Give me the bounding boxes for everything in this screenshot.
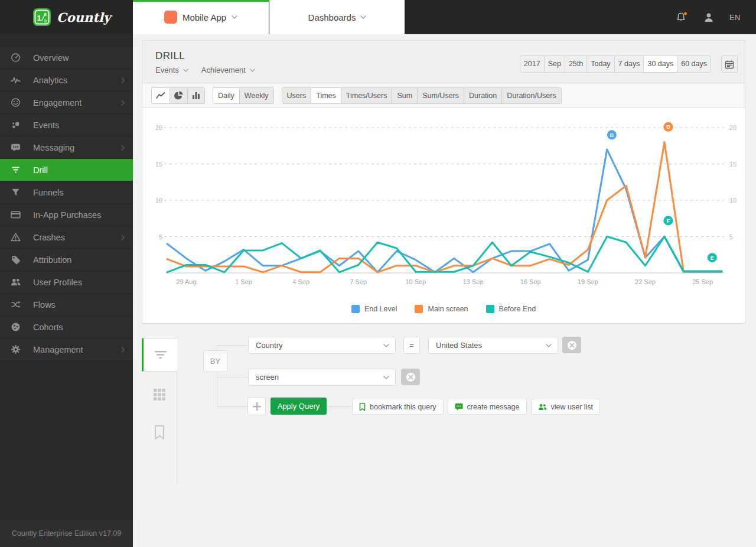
sidebar-item-label: Analytics xyxy=(33,76,67,85)
sidebar-item-drill[interactable]: Drill xyxy=(0,159,133,181)
engagement-icon xyxy=(11,97,21,108)
grid-icon xyxy=(153,388,166,401)
event-type-selector[interactable]: Events xyxy=(155,66,188,74)
remove-filter-button[interactable] xyxy=(562,337,581,353)
chevron-right-icon xyxy=(121,235,125,240)
metric-sum-users[interactable]: Sum/Users xyxy=(418,88,464,103)
version-label: Countly Enterprise Edition v17.09 xyxy=(0,520,133,547)
app-selector[interactable]: Mobile App xyxy=(133,0,269,34)
metric-times[interactable]: Times xyxy=(311,88,341,103)
svg-text:25 Sep: 25 Sep xyxy=(692,278,713,285)
filter-value: United States xyxy=(436,341,482,350)
dashboards-menu[interactable]: Dashboards xyxy=(269,0,405,34)
logo[interactable]: 1 2 3 Countly xyxy=(0,0,133,34)
svg-text:3: 3 xyxy=(44,18,47,24)
bookmark-this-query-button[interactable]: bookmark this query xyxy=(352,399,444,415)
tab-table[interactable] xyxy=(142,376,177,413)
account-button[interactable] xyxy=(703,12,714,22)
date-button-30-days[interactable]: 30 days xyxy=(644,56,677,72)
messaging-icon xyxy=(11,142,21,152)
sidebar-item-label: Cohorts xyxy=(33,323,63,332)
period-daily[interactable]: Daily xyxy=(213,88,240,103)
sidebar-item-crashes[interactable]: Crashes xyxy=(0,226,133,249)
date-button-60-days[interactable]: 60 days xyxy=(677,56,711,72)
remove-segment-button[interactable] xyxy=(401,369,420,385)
legend-item[interactable]: Main screen xyxy=(415,305,468,313)
apply-query-button[interactable]: Apply Query xyxy=(271,398,327,415)
notifications-button[interactable] xyxy=(676,12,688,23)
metric-duration-users[interactable]: Duration/Users xyxy=(502,88,561,103)
metric-users[interactable]: Users xyxy=(282,88,312,103)
svg-text:F: F xyxy=(667,218,670,224)
svg-text:D: D xyxy=(666,124,670,130)
create-message-button[interactable]: create message xyxy=(448,399,527,415)
tab-filter[interactable] xyxy=(142,338,177,372)
legend-item[interactable]: Before End xyxy=(486,305,536,313)
date-button-today[interactable]: Today xyxy=(587,56,614,72)
chart-controls: DailyWeekly UsersTimesTimes/UsersSumSum/… xyxy=(142,83,745,108)
sidebar-item-overview[interactable]: Overview xyxy=(0,47,133,69)
sidebar-item-engagement[interactable]: Engagement xyxy=(0,92,133,114)
svg-text:20: 20 xyxy=(155,124,162,131)
date-button-2017[interactable]: 2017 xyxy=(520,56,545,72)
bookmark-icon xyxy=(359,403,366,411)
date-button-sep[interactable]: Sep xyxy=(545,56,565,72)
pie-chart-icon xyxy=(174,91,183,100)
legend-swatch xyxy=(415,305,423,313)
event-selector[interactable]: Achievement xyxy=(201,66,255,74)
filter-field-value: Country xyxy=(256,341,283,350)
svg-text:2: 2 xyxy=(44,12,47,17)
sidebar-item-events[interactable]: Events xyxy=(0,114,133,136)
period-weekly[interactable]: Weekly xyxy=(240,88,273,103)
operator-select[interactable]: = xyxy=(403,337,420,354)
segment-field-select[interactable]: screen xyxy=(248,369,396,386)
chart-type-line[interactable] xyxy=(152,88,170,103)
svg-text:15: 15 xyxy=(155,161,162,168)
date-button-7-days[interactable]: 7 days xyxy=(615,56,644,72)
x-circle-icon xyxy=(406,372,416,382)
sidebar-item-management[interactable]: Management xyxy=(0,338,133,361)
calendar-button[interactable] xyxy=(721,56,738,73)
message-icon xyxy=(455,403,463,411)
legend-swatch xyxy=(351,305,360,313)
filter-value-select[interactable]: United States xyxy=(428,337,558,354)
svg-text:20: 20 xyxy=(729,124,737,131)
metric-times-users[interactable]: Times/Users xyxy=(341,88,393,103)
sidebar-item-label: Overview xyxy=(33,53,69,63)
action-label: bookmark this query xyxy=(370,403,436,411)
sidebar-item-messaging[interactable]: Messaging xyxy=(0,136,133,159)
bell-icon xyxy=(676,12,688,23)
date-button-25th[interactable]: 25th xyxy=(565,56,587,72)
sidebar-item-analytics[interactable]: Analytics xyxy=(0,69,133,92)
svg-text:1: 1 xyxy=(37,14,41,22)
chart-type-pie[interactable] xyxy=(170,88,188,103)
language-selector[interactable]: EN xyxy=(729,13,741,22)
chart-type-bar[interactable] xyxy=(188,88,204,103)
chevron-right-icon xyxy=(121,77,125,83)
svg-text:22 Sep: 22 Sep xyxy=(635,278,656,285)
person-icon xyxy=(703,12,714,22)
svg-text:29 Aug: 29 Aug xyxy=(176,278,196,285)
tab-bookmarks[interactable] xyxy=(142,413,177,451)
sidebar-item-cohorts[interactable]: Cohorts xyxy=(0,316,133,338)
view-user-list-button[interactable]: view user list xyxy=(531,399,601,415)
metric-sum[interactable]: Sum xyxy=(392,88,418,103)
svg-text:13 Sep: 13 Sep xyxy=(463,278,484,285)
main-content: DRILL EventsAchievement 2017Sep25thToday… xyxy=(133,34,756,547)
plus-icon xyxy=(252,402,262,411)
sidebar-item-label: User Profiles xyxy=(33,278,82,287)
chevron-down-icon xyxy=(250,69,255,72)
legend-item[interactable]: End Level xyxy=(351,305,397,313)
selector-label: Events xyxy=(155,66,179,74)
add-filter-button[interactable] xyxy=(247,397,266,415)
flows-icon xyxy=(11,299,21,310)
metric-duration[interactable]: Duration xyxy=(464,88,502,103)
legend-label: Main screen xyxy=(428,305,468,313)
sidebar-item-funnels[interactable]: Funnels xyxy=(0,181,133,204)
sidebar-item-in-app-purchases[interactable]: In-App Purchases xyxy=(0,204,133,226)
sidebar-item-attribution[interactable]: Attribution xyxy=(0,249,133,271)
brand-name: Countly xyxy=(57,10,110,25)
sidebar-item-flows[interactable]: Flows xyxy=(0,294,133,316)
filter-field-select[interactable]: Country xyxy=(248,337,396,354)
sidebar-item-user-profiles[interactable]: User Profiles xyxy=(0,271,133,294)
